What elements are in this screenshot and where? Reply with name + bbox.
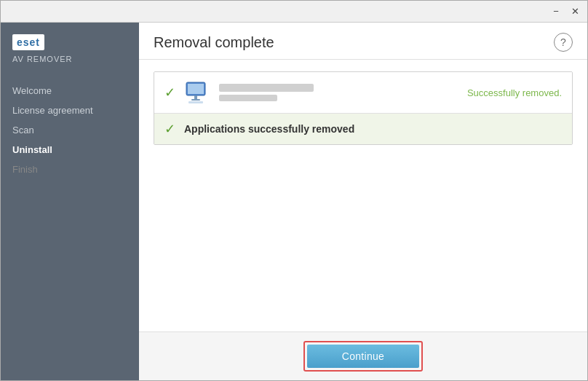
check-icon: ✓	[164, 85, 175, 101]
sidebar-logo: eset AV REMOVER	[1, 34, 139, 81]
main-layout: eset AV REMOVER Welcome License agreemen…	[1, 23, 587, 380]
svg-rect-1	[188, 84, 204, 94]
close-button[interactable]: ✕	[568, 5, 581, 18]
removal-list: ✓	[154, 71, 573, 145]
app-icon	[184, 79, 210, 106]
help-button[interactable]: ?	[554, 33, 573, 52]
content-header: Removal complete ?	[139, 23, 587, 60]
app-sub-redacted	[219, 95, 277, 101]
sidebar-item-uninstall[interactable]: Uninstall	[1, 140, 139, 160]
removal-item-app: ✓	[154, 72, 572, 114]
removal-success-row: ✓ Applications successfully removed	[154, 114, 572, 144]
content-body: ✓	[139, 60, 587, 331]
sidebar-item-license[interactable]: License agreement	[1, 101, 139, 120]
status-text: Successfully removed.	[467, 87, 562, 98]
sidebar-nav: Welcome License agreement Scan Uninstall…	[1, 81, 139, 179]
sidebar-item-finish: Finish	[1, 160, 139, 179]
svg-rect-2	[194, 95, 197, 99]
app-name-area	[219, 84, 467, 101]
success-message: Applications successfully removed	[184, 123, 354, 135]
svg-rect-3	[191, 99, 200, 101]
sidebar-item-scan[interactable]: Scan	[1, 120, 139, 140]
sidebar-item-welcome[interactable]: Welcome	[1, 81, 139, 101]
continue-button[interactable]: Continue	[307, 345, 419, 368]
eset-logo-text: eset	[17, 36, 40, 48]
svg-rect-4	[188, 101, 203, 103]
sidebar: eset AV REMOVER Welcome License agreemen…	[1, 23, 139, 380]
success-check-icon: ✓	[164, 121, 175, 137]
app-name-redacted	[219, 84, 314, 92]
content-footer: Continue	[139, 331, 587, 380]
minimize-button[interactable]: −	[549, 5, 563, 18]
content-area: Removal complete ? ✓	[139, 23, 587, 380]
continue-button-wrapper: Continue	[303, 341, 423, 372]
product-name: AV REMOVER	[12, 55, 73, 63]
eset-logo: eset	[12, 34, 44, 50]
title-bar: − ✕	[1, 1, 587, 23]
page-title: Removal complete	[154, 34, 274, 51]
